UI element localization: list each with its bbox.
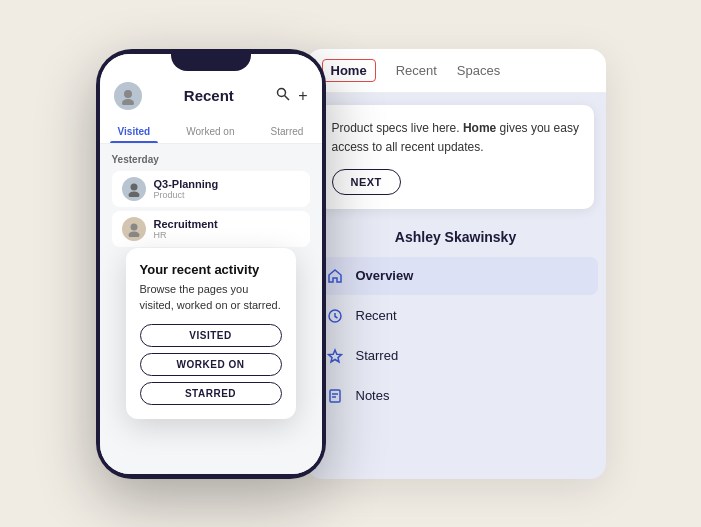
menu-item-recent[interactable]: Recent: [314, 297, 598, 335]
item-avatar-2: [122, 217, 146, 241]
phone-user-avatar: [114, 82, 142, 110]
svg-point-5: [128, 191, 139, 197]
clock-icon: [326, 307, 344, 325]
svg-point-2: [278, 89, 286, 97]
svg-rect-9: [330, 390, 340, 402]
item-sub-1: Product: [154, 190, 219, 200]
item-title-1: Q3-Planning: [154, 178, 219, 190]
item-sub-2: HR: [154, 230, 218, 240]
panel-tooltip: Product specs live here. Home gives you …: [318, 105, 594, 209]
svg-point-6: [130, 223, 137, 230]
panel-user-name: Ashley Skawinsky: [306, 221, 606, 253]
popup-buttons: VISITED WORKED ON STARRED: [140, 324, 282, 405]
item-info-2: Recruitment HR: [154, 218, 218, 240]
next-button[interactable]: NEXT: [332, 169, 401, 195]
menu-label-notes: Notes: [356, 388, 390, 403]
phone-title: Recent: [184, 87, 234, 104]
menu-item-starred[interactable]: Starred: [314, 337, 598, 375]
list-item[interactable]: Q3-Planning Product: [112, 171, 310, 207]
panel-tab-home[interactable]: Home: [322, 59, 376, 82]
svg-line-3: [285, 96, 290, 101]
recent-activity-popup: Your recent activity Browse the pages yo…: [126, 248, 296, 419]
svg-point-7: [128, 231, 139, 237]
popup-heading: Your recent activity: [140, 262, 282, 277]
panel-tab-recent[interactable]: Recent: [396, 59, 437, 82]
tooltip-text-start: Product specs live here.: [332, 121, 463, 135]
menu-item-notes[interactable]: Notes: [314, 377, 598, 415]
tooltip-text: Product specs live here. Home gives you …: [332, 119, 580, 157]
add-icon[interactable]: +: [298, 88, 307, 104]
panel-menu: Overview Recent Starr: [306, 253, 606, 479]
note-icon: [326, 387, 344, 405]
svg-point-0: [124, 90, 132, 98]
panel-tab-spaces[interactable]: Spaces: [457, 59, 500, 82]
home-icon: [326, 267, 344, 285]
search-icon[interactable]: [276, 87, 290, 104]
menu-item-overview[interactable]: Overview: [314, 257, 598, 295]
starred-button[interactable]: STARRED: [140, 382, 282, 405]
popup-body-text: Browse the pages you visited, worked on …: [140, 281, 282, 314]
item-info-1: Q3-Planning Product: [154, 178, 219, 200]
menu-label-overview: Overview: [356, 268, 414, 283]
phone-tab-visited[interactable]: Visited: [110, 122, 159, 143]
menu-label-starred: Starred: [356, 348, 399, 363]
tooltip-text-bold: Home: [463, 121, 496, 135]
phone-notch: [171, 49, 251, 71]
phone-device: Recent + Visited Worked on Starred: [96, 49, 326, 479]
item-avatar-1: [122, 177, 146, 201]
list-item[interactable]: Recruitment HR: [112, 211, 310, 247]
visited-button[interactable]: VISITED: [140, 324, 282, 347]
menu-label-recent: Recent: [356, 308, 397, 323]
panel-tabs: Home Recent Spaces: [306, 49, 606, 93]
phone-tab-worked-on[interactable]: Worked on: [178, 122, 242, 143]
svg-point-1: [122, 99, 134, 105]
star-icon: [326, 347, 344, 365]
phone-action-icons: +: [276, 87, 307, 104]
svg-point-4: [130, 183, 137, 190]
phone-screen: Recent + Visited Worked on Starred: [100, 54, 322, 474]
section-label: Yesterday: [112, 154, 310, 165]
phone-tab-starred[interactable]: Starred: [263, 122, 312, 143]
right-panel: Home Recent Spaces Product specs live he…: [306, 49, 606, 479]
worked-on-button[interactable]: WORKED ON: [140, 353, 282, 376]
phone-tabs: Visited Worked on Starred: [100, 118, 322, 144]
item-title-2: Recruitment: [154, 218, 218, 230]
